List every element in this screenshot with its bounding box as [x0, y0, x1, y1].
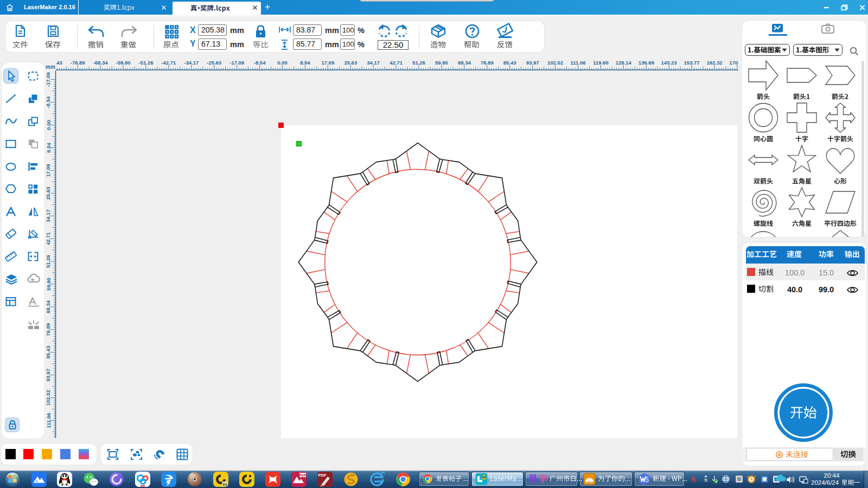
svg-text:25.63: 25.63 — [344, 60, 357, 66]
svg-text:-17.09: -17.09 — [46, 72, 52, 87]
svg-text:145.23: 145.23 — [661, 60, 677, 66]
svg-text:93.97: 93.97 — [46, 369, 52, 382]
svg-text:102.52: 102.52 — [46, 390, 52, 406]
svg-text:-34.17: -34.17 — [184, 60, 199, 66]
svg-text:51.26: 51.26 — [412, 60, 425, 66]
svg-text:42.71: 42.71 — [390, 60, 403, 66]
svg-text:102.52: 102.52 — [547, 60, 563, 66]
svg-text:PDF: PDF — [299, 473, 307, 477]
svg-text:85.43: 85.43 — [46, 346, 52, 359]
svg-text:-76.89: -76.89 — [71, 60, 85, 66]
svg-text:59.80: 59.80 — [435, 60, 448, 66]
svg-text:-8.54: -8.54 — [254, 60, 266, 66]
svg-text:PDF: PDF — [318, 473, 327, 478]
svg-text:-8.54: -8.54 — [46, 96, 52, 108]
svg-text:51.26: 51.26 — [46, 255, 52, 268]
svg-text:93.97: 93.97 — [526, 60, 539, 66]
svg-text:42.71: 42.71 — [46, 232, 52, 245]
svg-text:64: 64 — [223, 483, 227, 486]
svg-text:25.63: 25.63 — [46, 187, 52, 200]
svg-text:111.06: 111.06 — [46, 413, 52, 428]
svg-text:76.89: 76.89 — [481, 60, 494, 66]
svg-text:-17.09: -17.09 — [229, 60, 244, 66]
svg-text:-25.63: -25.63 — [207, 60, 221, 66]
svg-text:S: S — [691, 475, 695, 484]
svg-text:59.80: 59.80 — [46, 278, 52, 291]
svg-text:-59.80: -59.80 — [116, 60, 131, 66]
svg-text:34.17: 34.17 — [367, 60, 380, 66]
svg-text:-68.34: -68.34 — [93, 60, 108, 66]
svg-text:34.17: 34.17 — [46, 209, 52, 222]
svg-text:136.69: 136.69 — [639, 60, 654, 66]
svg-text:mm: mm — [46, 64, 55, 70]
svg-text:0.00: 0.00 — [46, 120, 52, 130]
svg-text:68.34: 68.34 — [46, 300, 52, 313]
svg-text:162.32: 162.32 — [706, 60, 722, 66]
svg-text:0.00: 0.00 — [277, 60, 288, 66]
svg-text:128.14: 128.14 — [616, 60, 632, 66]
svg-text:17.09: 17.09 — [321, 60, 334, 66]
svg-text:-42.71: -42.71 — [161, 60, 176, 66]
svg-text:DISK: DISK — [587, 481, 592, 484]
svg-text:8.54: 8.54 — [46, 143, 52, 153]
svg-text:119.60: 119.60 — [593, 60, 609, 66]
svg-text:111.06: 111.06 — [570, 60, 585, 66]
svg-text:8.54: 8.54 — [300, 60, 310, 66]
svg-text:17.09: 17.09 — [46, 164, 52, 177]
svg-text:-51.26: -51.26 — [139, 60, 154, 66]
svg-text:76.89: 76.89 — [46, 323, 52, 336]
svg-text:85.43: 85.43 — [503, 60, 516, 66]
svg-text:153.77: 153.77 — [684, 60, 700, 66]
svg-text:68.34: 68.34 — [458, 60, 471, 66]
